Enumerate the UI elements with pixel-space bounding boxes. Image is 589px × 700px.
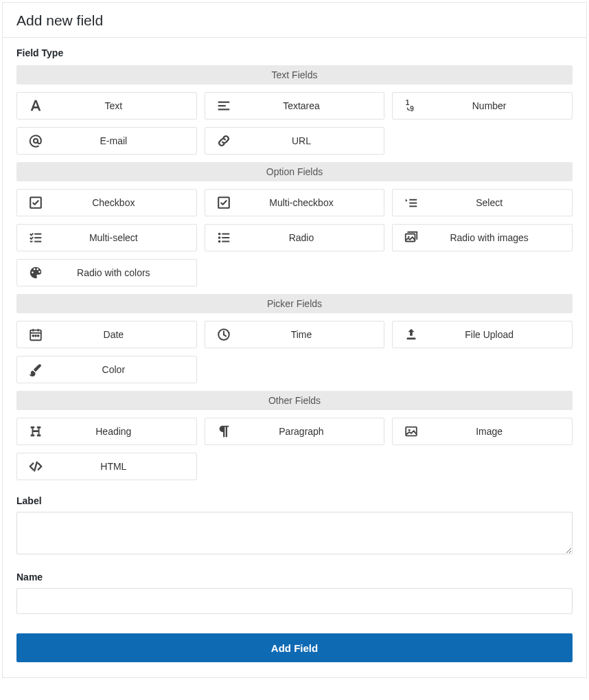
tile-label: Multi-select [54,232,196,243]
name-field-label: Name [16,572,573,583]
svg-point-30 [408,429,411,431]
tile-label: E-mail [54,135,196,146]
calendar-icon [17,327,54,342]
code-icon [17,459,54,474]
tile-label: URL [242,135,384,146]
clock-icon [205,327,242,342]
tile-label: Select [430,197,572,208]
link-icon [205,133,242,148]
field-type-multi-select[interactable]: Multi-select [16,224,197,251]
svg-rect-1 [218,105,225,106]
svg-rect-8 [410,199,417,201]
svg-rect-13 [30,241,33,242]
svg-point-19 [218,240,220,243]
upload-icon [393,327,430,342]
tile-label: Image [430,426,572,437]
svg-rect-20 [222,240,229,242]
tile-label: Text [54,100,196,111]
label-field-row: Label [16,495,573,556]
field-type-color[interactable]: Color [16,356,197,383]
svg-rect-9 [410,203,417,204]
group-other-fields: Other Fields Heading Paragraph [16,391,573,480]
group-text-fields: Text Fields Text Textarea 19 [16,65,573,155]
field-type-file-upload[interactable]: File Upload [392,321,573,348]
number-icon: 19 [393,98,430,113]
svg-rect-11 [34,234,41,235]
align-left-icon [205,98,242,113]
label-input[interactable] [16,512,573,554]
field-type-radio[interactable]: Radio [205,224,385,251]
add-new-field-panel: Add new field Field Type Text Fields Tex… [2,2,587,678]
svg-point-26 [38,335,39,337]
tile-label: Textarea [242,100,384,111]
svg-rect-0 [218,102,229,103]
tile-label: Date [54,329,196,340]
field-type-paragraph[interactable]: Paragraph [205,418,385,445]
font-icon [17,98,54,113]
at-sign-icon [17,133,54,148]
field-type-html[interactable]: HTML [16,453,197,480]
tile-label: Radio with images [430,232,572,243]
svg-rect-10 [410,205,417,207]
image-icon [393,424,430,439]
svg-rect-16 [222,233,229,234]
svg-point-24 [32,335,34,337]
svg-rect-2 [218,109,229,110]
field-type-checkbox[interactable]: Checkbox [16,189,197,216]
svg-text:1: 1 [406,99,410,106]
tile-label: Radio with colors [54,267,196,278]
svg-point-25 [35,335,36,337]
tile-label: Paragraph [242,426,384,437]
field-type-heading[interactable]: Heading [16,418,197,445]
svg-text:9: 9 [410,105,414,113]
svg-point-15 [218,233,220,236]
group-header-other: Other Fields [16,391,573,410]
tile-label: File Upload [430,329,572,340]
name-input[interactable] [16,588,573,614]
svg-rect-12 [34,237,41,238]
tile-label: Color [54,364,196,375]
group-header-text: Text Fields [16,65,573,84]
brush-icon [17,362,54,377]
group-header-option: Option Fields [16,162,573,181]
panel-title: Add new field [3,3,586,38]
group-picker-fields: Picker Fields Date Time [16,294,573,383]
add-field-button[interactable]: Add Field [16,633,573,662]
svg-rect-18 [222,237,229,238]
tile-label: Checkbox [54,197,196,208]
svg-point-17 [218,236,220,239]
multi-checkbox-icon [205,195,242,210]
field-type-time[interactable]: Time [205,321,385,348]
svg-rect-14 [34,241,41,242]
palette-icon [17,265,54,280]
field-type-text[interactable]: Text [16,92,197,120]
panel-body: Field Type Text Fields Text Textarea [3,38,586,677]
field-type-email[interactable]: E-mail [16,127,197,155]
label-field-label: Label [16,495,573,506]
checklist-icon [17,230,54,245]
tile-label: Heading [54,426,196,437]
select-list-icon [393,195,430,210]
field-type-image[interactable]: Image [392,418,573,445]
field-type-number[interactable]: 19 Number [392,92,573,120]
svg-rect-28 [407,338,416,340]
group-option-fields: Option Fields Checkbox Multi-checkbox [16,162,573,286]
field-type-textarea[interactable]: Textarea [205,92,385,120]
field-type-select[interactable]: Select [392,189,573,216]
tile-label: Radio [242,232,384,243]
tile-label: Number [430,100,572,111]
list-bullets-icon [205,230,242,245]
field-type-multi-checkbox[interactable]: Multi-checkbox [205,189,385,216]
field-type-date[interactable]: Date [16,321,197,348]
tile-label: Multi-checkbox [242,197,384,208]
pilcrow-icon [205,424,242,439]
images-icon [393,230,430,245]
field-type-radio-colors[interactable]: Radio with colors [16,259,197,286]
field-type-url[interactable]: URL [205,127,385,155]
tile-label: HTML [54,461,196,472]
field-type-label: Field Type [16,47,573,58]
tile-label: Time [242,329,384,340]
field-type-radio-images[interactable]: Radio with images [392,224,573,251]
heading-icon [17,424,54,439]
group-header-picker: Picker Fields [16,294,573,313]
